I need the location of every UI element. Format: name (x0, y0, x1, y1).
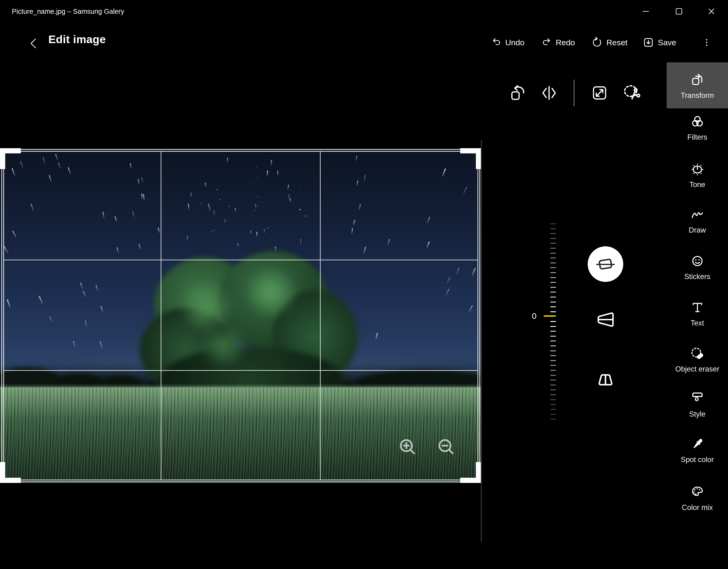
sidebar-item-transform[interactable]: Transform (667, 62, 728, 108)
save-label: Save (658, 38, 676, 47)
maximize-button[interactable] (671, 4, 687, 19)
crop-handle-top-right[interactable] (476, 148, 481, 169)
flip-horizontal-button[interactable] (540, 83, 559, 102)
rotate-left-button[interactable] (509, 83, 528, 102)
reset-label: Reset (606, 38, 628, 47)
color-mix-icon (690, 485, 705, 499)
resize-icon (591, 85, 608, 101)
zoom-out-button[interactable] (435, 436, 459, 460)
kebab-menu-icon (702, 37, 711, 48)
sidebar-item-object-eraser[interactable]: Object eraser (667, 336, 728, 382)
text-icon (690, 300, 705, 315)
sidebar-label: Text (691, 319, 704, 328)
toolbar-divider (574, 80, 574, 106)
zoom-out-icon (435, 436, 459, 460)
sidebar-label: Object eraser (675, 365, 719, 374)
undo-button[interactable]: Undo (491, 33, 524, 52)
sidebar-item-spot-color[interactable]: Spot color (667, 427, 728, 473)
stickers-icon (690, 254, 705, 268)
sidebar-item-stickers[interactable]: Stickers (667, 243, 728, 290)
undo-label: Undo (505, 38, 524, 47)
undo-icon (491, 37, 501, 48)
zoom-in-icon (397, 436, 420, 460)
crop-handle-top-left[interactable] (0, 148, 5, 169)
lasso-crop-icon (622, 83, 641, 102)
flip-horizontal-icon (541, 84, 558, 101)
photo-grass-highlight (0, 385, 481, 419)
mode-horizontal-perspective-button[interactable] (595, 309, 616, 331)
crop-handle-bottom-left[interactable] (0, 462, 5, 483)
lasso-crop-button[interactable] (622, 83, 642, 103)
draw-icon (690, 207, 705, 222)
sidebar-label: Spot color (681, 456, 714, 464)
sidebar-label: Style (689, 410, 705, 419)
window-title: Picture_name.jpg – Samsung Galery (12, 0, 124, 23)
save-button[interactable]: Save (643, 33, 676, 52)
sidebar-item-style[interactable]: Style (667, 381, 728, 427)
reset-icon (591, 37, 603, 48)
horizontal-perspective-icon (595, 309, 616, 330)
rotate-left-icon (510, 84, 527, 101)
sidebar-item-filters[interactable]: Filters (667, 104, 728, 150)
object-eraser-icon (690, 346, 705, 361)
sidebar-item-tone[interactable]: Tone (667, 151, 728, 197)
close-button[interactable] (704, 4, 719, 19)
sidebar-label: Draw (689, 226, 706, 234)
save-icon (643, 37, 654, 48)
straighten-value: 0 (521, 311, 537, 321)
redo-button[interactable]: Redo (541, 33, 575, 52)
tone-icon (690, 162, 705, 176)
zoom-in-button[interactable] (397, 436, 420, 460)
redo-icon (541, 37, 552, 48)
sidebar-item-draw[interactable]: Draw (667, 197, 728, 243)
filters-icon (690, 114, 705, 129)
sidebar-label: Stickers (684, 272, 710, 281)
resize-button[interactable] (591, 84, 609, 102)
transform-icon (690, 73, 705, 87)
redo-label: Redo (556, 38, 575, 47)
more-options-button[interactable] (702, 33, 711, 52)
sidebar-label: Transform (681, 91, 714, 100)
vertical-perspective-icon (595, 369, 616, 390)
minimize-button[interactable] (638, 4, 653, 19)
close-icon (708, 8, 715, 15)
canvas-divider (481, 140, 482, 542)
back-button[interactable] (27, 35, 42, 52)
photo-canvas[interactable] (0, 148, 481, 483)
maximize-icon (675, 8, 683, 15)
sidebar-item-color-mix[interactable]: Color mix (667, 474, 728, 520)
minimize-icon (642, 8, 649, 15)
mode-vertical-perspective-button[interactable] (595, 369, 616, 391)
straighten-icon (595, 254, 616, 274)
sidebar-label: Filters (687, 133, 707, 141)
reset-button[interactable]: Reset (591, 33, 628, 52)
spot-color-icon (690, 437, 705, 451)
sidebar-item-text[interactable]: Text (667, 290, 728, 336)
mode-straighten-button[interactable] (588, 246, 623, 282)
straighten-zero-line (544, 315, 556, 317)
title-bar: Picture_name.jpg – Samsung Galery (0, 0, 728, 23)
sidebar-label: Color mix (682, 503, 713, 512)
back-chevron-icon (29, 36, 40, 50)
crop-handle-bottom-right[interactable] (476, 462, 481, 483)
sidebar-label: Tone (689, 180, 705, 189)
page-title: Edit image (48, 33, 106, 46)
style-icon (690, 391, 705, 406)
